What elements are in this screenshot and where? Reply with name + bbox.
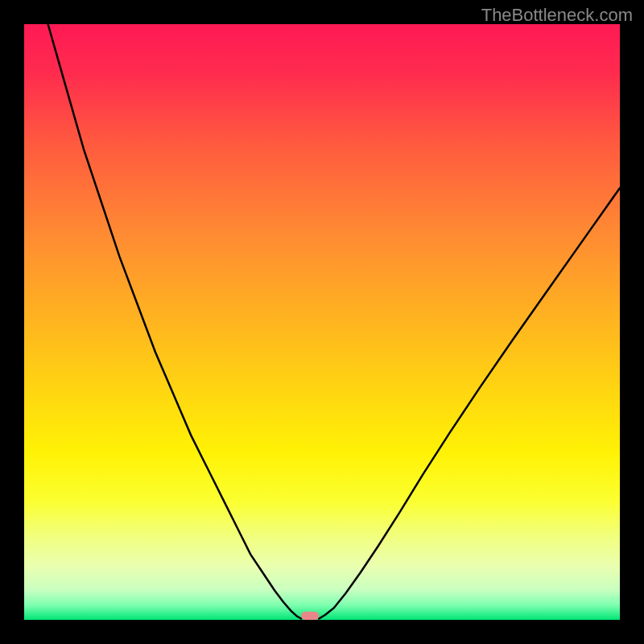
watermark-text: TheBottleneck.com — [481, 5, 633, 26]
bottleneck-marker — [301, 612, 319, 620]
bottleneck-chart: TheBottleneck.com — [0, 0, 644, 644]
plot-area — [24, 24, 620, 620]
chart-svg — [0, 0, 644, 644]
